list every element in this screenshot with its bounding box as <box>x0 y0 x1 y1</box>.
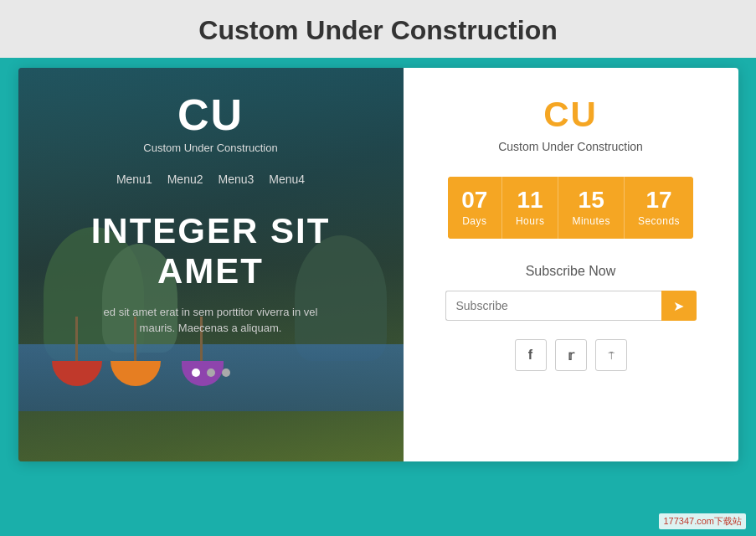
watermark: 177347.com下载站 <box>659 513 746 529</box>
hero-headline: INTEGER SIT AMET <box>91 211 331 292</box>
send-icon: ➤ <box>673 298 684 314</box>
left-panel: CU Custom Under Construction Menu1 Menu2… <box>18 68 404 461</box>
countdown-days: 07 Days <box>448 177 501 239</box>
nav-item-menu3[interactable]: Menu3 <box>219 173 255 186</box>
page-title: Custom Under Construction <box>0 0 756 58</box>
nav-menu: Menu1 Menu2 Menu3 Menu4 <box>116 173 305 186</box>
dot-2[interactable] <box>207 368 215 377</box>
subscribe-input[interactable] <box>445 291 661 321</box>
headline-line2: AMET <box>157 251 264 291</box>
countdown-minutes-value: 15 <box>579 188 604 212</box>
twitter-button[interactable]: 𝕣 <box>555 339 587 371</box>
countdown-seconds-label: Seconds <box>638 215 680 227</box>
facebook-button[interactable]: f <box>515 339 547 371</box>
main-container: CU Custom Under Construction Menu1 Menu2… <box>18 68 738 461</box>
countdown-hours: 11 Hours <box>501 177 558 239</box>
nav-item-menu1[interactable]: Menu1 <box>116 173 152 186</box>
left-tagline: Custom Under Construction <box>143 142 277 154</box>
social-row: f 𝕣 ⍑ <box>515 339 627 371</box>
slide-dots <box>192 368 230 377</box>
hero-description: ed sit amet erat in sem porttitor viverr… <box>90 304 332 337</box>
left-logo: CU <box>177 93 244 137</box>
facebook-icon: f <box>528 348 532 363</box>
subscribe-button[interactable]: ➤ <box>661 291 697 321</box>
dot-3[interactable] <box>222 368 230 377</box>
countdown-timer: 07 Days 11 Hours 15 Minutes 17 Seconds <box>448 177 693 239</box>
right-logo: CU <box>543 95 598 135</box>
countdown-days-value: 07 <box>461 188 487 212</box>
countdown-hours-value: 11 <box>517 188 543 212</box>
rss-icon: ⍑ <box>608 348 615 362</box>
countdown-days-label: Days <box>462 215 486 227</box>
rss-button[interactable]: ⍑ <box>595 339 627 371</box>
countdown-minutes: 15 Minutes <box>558 177 624 239</box>
countdown-seconds-value: 17 <box>645 188 671 212</box>
dot-1[interactable] <box>192 368 200 377</box>
countdown-minutes-label: Minutes <box>572 215 610 227</box>
countdown-seconds: 17 Seconds <box>624 177 693 239</box>
countdown-hours-label: Hours <box>516 215 545 227</box>
nav-item-menu2[interactable]: Menu2 <box>167 173 203 186</box>
left-content: CU Custom Under Construction Menu1 Menu2… <box>18 68 404 377</box>
twitter-icon: 𝕣 <box>568 348 574 363</box>
right-tagline: Custom Under Construction <box>498 140 643 153</box>
subscribe-title: Subscribe Now <box>526 264 616 279</box>
nav-item-menu4[interactable]: Menu4 <box>269 173 305 186</box>
subscribe-row: ➤ <box>445 291 697 321</box>
headline-line1: INTEGER SIT <box>91 211 331 250</box>
right-panel: CU Custom Under Construction 07 Days 11 … <box>404 68 738 461</box>
